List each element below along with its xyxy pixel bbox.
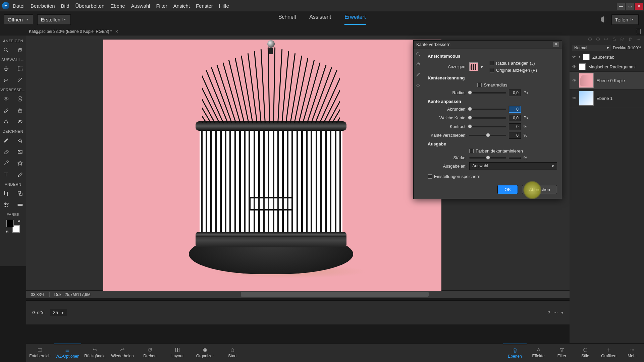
window-minimize-button[interactable]: — <box>617 3 625 10</box>
smooth-slider[interactable] <box>469 109 506 110</box>
spot-heal-tool-icon[interactable] <box>16 95 24 103</box>
feather-value[interactable]: 0,0 <box>509 115 521 121</box>
document-tab-close-icon[interactable]: ✕ <box>115 29 118 34</box>
adjustment-icon[interactable] <box>596 37 600 42</box>
window-close-button[interactable]: ✕ <box>635 3 643 10</box>
chevron-right-icon[interactable]: › <box>579 55 580 59</box>
menu-select[interactable]: Auswahl <box>131 3 150 9</box>
hand-icon[interactable] <box>416 62 421 67</box>
shift-edge-slider[interactable] <box>469 135 506 136</box>
show-original-checkbox[interactable] <box>490 68 494 72</box>
menu-image[interactable]: Bild <box>61 3 69 9</box>
visibility-icon[interactable]: 👁 <box>572 78 576 83</box>
erase-refine-icon[interactable] <box>416 82 421 87</box>
smooth-value[interactable]: 0 <box>509 106 521 113</box>
opacity-value[interactable]: 100% <box>631 46 641 50</box>
layer-row[interactable]: 👁 Magischer Radiergummi <box>570 62 644 72</box>
layers-panel-button[interactable]: Ebenen <box>503 344 527 362</box>
document-canvas[interactable] <box>103 40 441 294</box>
layer-row[interactable]: 👁 › Zauberstab <box>570 52 644 62</box>
zoom-tool-icon[interactable] <box>2 46 10 54</box>
recompose-tool-icon[interactable] <box>16 190 24 197</box>
blur-tool-icon[interactable] <box>2 118 10 125</box>
remember-settings-checkbox[interactable] <box>428 174 432 179</box>
move-tool-icon[interactable] <box>2 65 10 72</box>
view-mode-thumb[interactable] <box>469 62 478 71</box>
rotate-button[interactable]: Drehen <box>136 344 164 362</box>
document-info[interactable]: Dok.: 25,7M/117,6M <box>50 292 95 297</box>
brush-tool-icon[interactable] <box>2 137 10 144</box>
effects-panel-button[interactable]: Effekte <box>527 344 550 362</box>
show-radius-checkbox[interactable] <box>490 61 494 65</box>
open-button[interactable]: Öffnen▾ <box>4 14 33 25</box>
menu-window[interactable]: Fenster <box>196 3 213 9</box>
swap-colors-icon[interactable]: ⇄ <box>18 219 20 223</box>
eyedropper-tool-icon[interactable] <box>2 160 10 167</box>
sponge-tool-icon[interactable] <box>16 118 24 125</box>
organizer-button[interactable]: Organizer <box>191 344 219 362</box>
hand-tool-icon[interactable] <box>16 46 24 54</box>
menu-filter[interactable]: Filter <box>156 3 167 9</box>
lasso-tool-icon[interactable] <box>2 76 10 84</box>
new-document-icon[interactable] <box>636 29 641 34</box>
tab-quick[interactable]: Schnell <box>278 14 296 25</box>
amount-value[interactable] <box>509 157 521 159</box>
contrast-value[interactable]: 0 <box>509 123 521 130</box>
window-maximize-button[interactable]: ▭ <box>626 3 634 10</box>
visibility-icon[interactable]: 👁 <box>572 96 576 101</box>
trash-icon[interactable] <box>628 37 633 42</box>
paint-bucket-tool-icon[interactable] <box>16 137 24 144</box>
help-icon[interactable]: ? <box>548 310 550 315</box>
visibility-icon[interactable]: 👁 <box>572 55 576 59</box>
foreground-color-swatch[interactable] <box>6 220 14 227</box>
graphics-panel-button[interactable]: Grafiken <box>597 344 621 362</box>
layer-row[interactable]: 👁 Ebene 1 <box>570 89 644 107</box>
photo-bin-button[interactable]: Fotobereich <box>26 344 54 362</box>
tool-options-button[interactable]: WZ-Optionen <box>54 344 81 362</box>
radius-slider[interactable] <box>469 92 506 94</box>
more-panel-button[interactable]: Mehr <box>621 344 644 362</box>
chevron-down-icon[interactable]: ▾ <box>481 64 483 69</box>
home-button[interactable]: Start <box>219 344 246 362</box>
undo-button[interactable]: Rückgängig <box>81 344 109 362</box>
chevron-down-icon[interactable]: ▾ <box>62 18 67 21</box>
chevron-down-icon[interactable]: ▾ <box>25 18 30 21</box>
smart-brush-tool-icon[interactable] <box>2 107 10 114</box>
amount-slider[interactable] <box>469 157 506 159</box>
menu-edit[interactable]: Bearbeiten <box>31 3 55 9</box>
dialog-titlebar[interactable]: Kante verbessern ✕ <box>414 41 562 49</box>
pencil-tool-icon[interactable] <box>16 171 24 178</box>
more-icon[interactable]: ⋯ <box>553 310 558 315</box>
chevron-down-icon[interactable]: ▾ <box>630 18 635 21</box>
tab-assistant[interactable]: Assistent <box>309 14 331 25</box>
content-aware-move-tool-icon[interactable] <box>2 201 10 208</box>
zoom-level[interactable]: 33,33% <box>26 292 50 297</box>
lock-icon[interactable] <box>612 37 616 42</box>
default-colors-icon[interactable]: ◩ <box>6 230 9 233</box>
marquee-tool-icon[interactable] <box>16 65 24 72</box>
magic-wand-tool-icon[interactable] <box>16 76 24 84</box>
link-icon[interactable] <box>604 37 608 42</box>
layout-button[interactable]: Layout <box>164 344 191 362</box>
more-icon[interactable] <box>636 37 641 42</box>
decontaminate-checkbox[interactable] <box>469 149 474 153</box>
radius-value[interactable]: 0,0 <box>509 89 521 96</box>
contrast-slider[interactable] <box>469 126 506 127</box>
theme-toggle-icon[interactable] <box>601 16 607 22</box>
menu-view[interactable]: Ansicht <box>173 3 190 9</box>
main-menu[interactable]: Datei Bearbeiten Bild Überarbeiten Ebene… <box>13 3 229 9</box>
eraser-tool-icon[interactable] <box>2 148 10 156</box>
create-button[interactable]: Erstellen▾ <box>37 14 71 25</box>
ok-button[interactable]: OK <box>497 185 518 194</box>
size-select[interactable]: 35▾ <box>50 309 67 316</box>
zoom-icon[interactable] <box>416 52 421 57</box>
redo-button[interactable]: Wiederholen <box>109 344 136 362</box>
text-tool-icon[interactable] <box>2 171 10 178</box>
red-eye-tool-icon[interactable] <box>2 95 10 103</box>
new-mask-icon[interactable] <box>588 37 592 42</box>
dialog-close-button[interactable]: ✕ <box>553 42 559 47</box>
visibility-icon[interactable]: 👁 <box>572 64 576 69</box>
tab-advanced[interactable]: Erweitert <box>344 14 366 25</box>
horizontal-scrollbar[interactable] <box>241 292 429 297</box>
output-to-select[interactable]: Auswahl▾ <box>469 162 557 170</box>
